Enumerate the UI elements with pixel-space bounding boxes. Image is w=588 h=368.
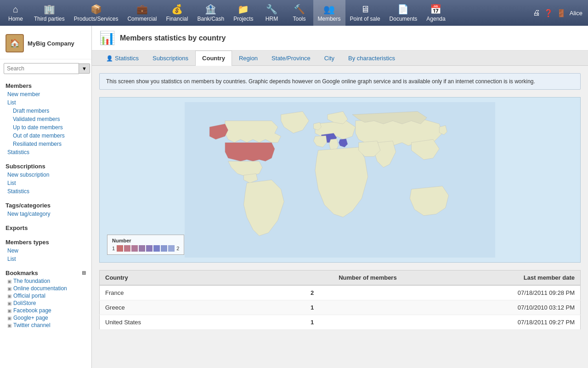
cell-count: 1 — [222, 300, 402, 315]
tab-country-label: Country — [202, 55, 225, 62]
tab-characteristics[interactable]: By characteristics — [341, 51, 402, 65]
country-table: Country Number of members Last member da… — [99, 270, 581, 330]
tab-region[interactable]: Region — [232, 51, 265, 65]
content-area: This screen show you statistics on membe… — [92, 66, 588, 337]
cell-country: France — [100, 285, 222, 300]
sidebar-mt-new[interactable]: New — [0, 247, 91, 255]
company-name: MyBig Company — [28, 40, 74, 47]
sidebar-sub-list[interactable]: List — [0, 179, 91, 187]
search-input[interactable] — [4, 63, 79, 74]
print-icon[interactable]: 🖨 — [533, 9, 540, 17]
nav-financial-label: Financial — [166, 16, 188, 22]
sidebar-draft-members[interactable]: Draft members — [0, 107, 91, 115]
exports-section-title: Exports — [0, 222, 91, 232]
bookmark-dolistore-label: DoliStore — [13, 300, 36, 306]
nav-agenda-label: Agenda — [426, 16, 445, 22]
tags-section-title: Tags/categories — [0, 199, 91, 210]
swatch-3 — [131, 245, 138, 252]
swatch-8 — [168, 245, 175, 252]
tab-statistics-icon: 👤 — [106, 55, 113, 62]
bookmark-icon-4: ▣ — [7, 301, 11, 306]
swatch-2 — [124, 245, 130, 252]
sidebar-mt-list[interactable]: List — [0, 255, 91, 263]
bookmarks-manage-icon[interactable]: ⊞ — [82, 270, 86, 276]
sidebar-new-tag[interactable]: New tag/category — [0, 210, 91, 218]
sidebar-sub-statistics[interactable]: Statistics — [0, 187, 91, 196]
nav-hrm[interactable]: 🔧 HRM — [258, 0, 286, 26]
agenda-icon: 📅 — [430, 4, 441, 15]
nav-pos[interactable]: 🖥 Point of sale — [345, 0, 385, 26]
tab-state[interactable]: State/Province — [265, 51, 317, 65]
tab-characteristics-label: By characteristics — [348, 55, 395, 62]
sidebar-up-to-date-members[interactable]: Up to date members — [0, 123, 91, 132]
nav-members-label: Members — [318, 16, 341, 22]
table-body: France 2 07/18/2011 09:28 PM Greece 1 07… — [100, 285, 581, 330]
sidebar-new-subscription[interactable]: New subscription — [0, 171, 91, 179]
nav-tools[interactable]: 🔨 Tools — [286, 0, 313, 26]
tab-state-label: State/Province — [271, 55, 311, 62]
swatch-4 — [139, 245, 145, 252]
cell-date: 07/10/2010 03:12 PM — [402, 300, 581, 315]
sidebar-list[interactable]: List — [0, 98, 91, 107]
tab-statistics[interactable]: 👤 Statistics — [99, 51, 146, 65]
bookmark-icon-7: ▣ — [7, 323, 11, 328]
world-map-container: Number 1 2 — [99, 97, 581, 263]
table-header: Country Number of members Last member da… — [100, 270, 581, 286]
nav-commercial[interactable]: 💼 Commercial — [123, 0, 161, 26]
nav-documents[interactable]: 📄 Documents — [385, 0, 422, 26]
nav-products-label: Products/Services — [74, 16, 119, 22]
sidebar-new-member[interactable]: New member — [0, 90, 91, 98]
sidebar-resiliated-members[interactable]: Resiliated members — [0, 140, 91, 148]
nav-bank-label: Bank/Cash — [197, 16, 224, 22]
sidebar-statistics[interactable]: Statistics — [0, 148, 91, 156]
sidebar-validated-members[interactable]: Validated members — [0, 115, 91, 123]
search-button[interactable]: ▼ — [79, 63, 90, 74]
page-title: Members statistics by country — [120, 34, 226, 42]
bookmark-online-docs[interactable]: ▣ Online documentation — [0, 285, 91, 292]
projects-icon: 📁 — [237, 4, 249, 15]
logout-icon[interactable]: 🚪 — [557, 9, 566, 17]
nav-home[interactable]: ⌂ Home — [2, 0, 29, 26]
nav-members[interactable]: 👥 Members — [313, 0, 345, 26]
members-section-title: Members — [0, 80, 91, 90]
nav-financial[interactable]: 💰 Financial — [161, 0, 192, 26]
nav-projects[interactable]: 📁 Projects — [229, 0, 258, 26]
nav-agenda[interactable]: 📅 Agenda — [422, 0, 450, 26]
cell-count: 2 — [222, 285, 402, 300]
table-row: United States 1 07/18/2011 09:27 PM — [100, 315, 581, 330]
bookmarks-title: Bookmarks — [6, 270, 38, 276]
swatch-7 — [161, 245, 167, 252]
bookmark-twitter[interactable]: ▣ Twitter channel — [0, 322, 91, 329]
hrm-icon: 🔧 — [266, 4, 277, 15]
nav-bank[interactable]: 🏦 Bank/Cash — [192, 0, 229, 26]
legend-gradient — [117, 245, 175, 252]
bookmark-dolistore[interactable]: ▣ DoliStore — [0, 299, 91, 307]
tab-city[interactable]: City — [317, 51, 341, 65]
nav-third-parties[interactable]: 🏢 Third parties — [29, 0, 69, 26]
swatch-6 — [153, 245, 160, 252]
table-row: France 2 07/18/2011 09:28 PM — [100, 285, 581, 300]
pos-icon: 🖥 — [361, 4, 370, 15]
cell-country: United States — [100, 315, 222, 330]
nav-products[interactable]: 📦 Products/Services — [69, 0, 123, 26]
tab-region-label: Region — [239, 55, 258, 62]
bookmark-official-portal[interactable]: ▣ Official portal — [0, 292, 91, 299]
tab-country[interactable]: Country — [195, 51, 232, 66]
sidebar-out-of-date-members[interactable]: Out of date members — [0, 132, 91, 140]
bookmark-facebook[interactable]: ▣ Facebook page — [0, 307, 91, 314]
members-types-section-title: Members types — [0, 236, 91, 247]
table-header-row: Country Number of members Last member da… — [100, 270, 581, 286]
tabs-bar: 👤 Statistics Subscriptions Country Regio… — [92, 51, 588, 66]
help-icon[interactable]: ❓ — [544, 9, 553, 17]
info-box: This screen show you statistics on membe… — [99, 73, 581, 90]
tab-subscriptions[interactable]: Subscriptions — [146, 51, 195, 65]
bookmark-googleplus[interactable]: ▣ Google+ page — [0, 314, 91, 322]
bookmark-twitter-label: Twitter channel — [13, 322, 51, 328]
nav-commercial-label: Commercial — [127, 16, 157, 22]
legend-max: 2 — [176, 246, 179, 251]
bookmark-icon-5: ▣ — [7, 308, 11, 313]
cell-count: 1 — [222, 315, 402, 330]
col-count: Number of members — [222, 270, 402, 286]
bookmark-icon-3: ▣ — [7, 293, 11, 299]
bookmark-foundation[interactable]: ▣ The foundation — [0, 277, 91, 285]
